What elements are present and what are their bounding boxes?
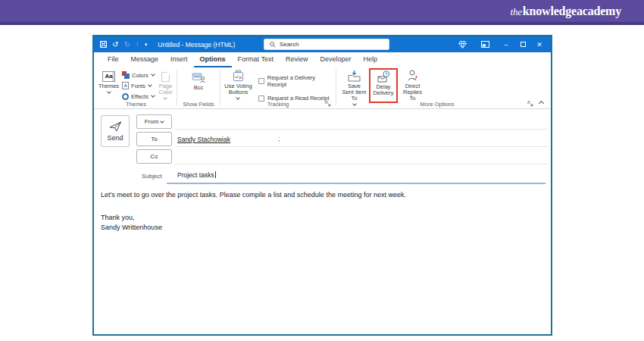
tab-format-text[interactable]: Format Text bbox=[232, 53, 280, 67]
up-arrow-icon: ↑ bbox=[136, 41, 139, 48]
theme-fonts-button[interactable]: A Fonts bbox=[122, 81, 155, 90]
tab-developer[interactable]: Developer bbox=[314, 53, 357, 67]
fonts-label: Fonts bbox=[131, 83, 145, 89]
tab-help[interactable]: Help bbox=[357, 53, 383, 67]
from-button[interactable]: From bbox=[136, 114, 172, 129]
group-label-more-options: More Options bbox=[338, 101, 536, 108]
tab-file[interactable]: File bbox=[102, 53, 125, 67]
voting-buttons-label: Use Voting Buttons bbox=[224, 83, 253, 95]
bcc-icon bbox=[192, 71, 205, 83]
from-field[interactable] bbox=[175, 129, 549, 130]
use-voting-buttons-button[interactable]: Use Voting Buttons bbox=[222, 69, 255, 100]
body-paragraph: Let's meet to go over the project tasks.… bbox=[101, 190, 543, 200]
bcc-button[interactable]: Bcc bbox=[190, 70, 207, 92]
effects-icon bbox=[122, 93, 129, 100]
tracking-dialog-launcher-icon[interactable] bbox=[325, 101, 331, 107]
group-separator bbox=[336, 70, 336, 105]
maximize-button[interactable] bbox=[514, 36, 531, 52]
effects-label: Effects bbox=[131, 93, 148, 100]
body-signature: Sandy Writtenhouse bbox=[101, 223, 543, 233]
subject-label: Subject bbox=[142, 173, 162, 180]
minimize-button[interactable]: – bbox=[498, 36, 514, 52]
voting-buttons-icon bbox=[233, 70, 244, 82]
direct-replies-to-button[interactable]: Direct Replies To bbox=[399, 69, 427, 102]
from-button-label: From bbox=[145, 118, 159, 125]
close-button[interactable]: ✕ bbox=[531, 36, 548, 52]
body-closing: Thank you, bbox=[101, 213, 543, 223]
premium-gem-icon[interactable] bbox=[454, 36, 470, 52]
ribbon: Aa Themes Colors A Fonts bbox=[94, 67, 551, 109]
tab-options[interactable]: Options bbox=[194, 53, 232, 67]
brand-logo: theknowledgeacademy bbox=[511, 5, 621, 18]
brand-logo-name: knowledgeacademy bbox=[523, 5, 621, 17]
ribbon-group-themes: Aa Themes Colors A Fonts bbox=[97, 69, 175, 108]
collapse-ribbon-icon[interactable] bbox=[539, 101, 544, 106]
save-sent-item-label: Save Sent Item To bbox=[342, 83, 367, 102]
chevron-down-icon bbox=[236, 95, 241, 100]
direct-replies-label: Direct Replies To bbox=[400, 83, 425, 102]
subject-underline bbox=[167, 183, 546, 184]
tab-message[interactable]: Message bbox=[125, 53, 165, 67]
send-button[interactable]: Send bbox=[101, 115, 130, 147]
customize-qat-caret-icon[interactable]: ▾ bbox=[145, 41, 148, 48]
to-button[interactable]: To bbox=[136, 132, 172, 146]
bcc-label: Bcc bbox=[194, 85, 204, 91]
search-box[interactable]: Search bbox=[264, 39, 389, 50]
chevron-down-icon bbox=[160, 119, 164, 124]
tab-review[interactable]: Review bbox=[280, 53, 314, 67]
window-controls: – ✕ bbox=[454, 36, 548, 52]
group-separator bbox=[177, 70, 177, 105]
redo-icon: ↻ bbox=[123, 41, 130, 48]
brand-logo-prefix: the bbox=[511, 6, 522, 17]
subject-field[interactable]: Project tasks bbox=[177, 171, 216, 179]
send-button-label: Send bbox=[107, 134, 123, 142]
delivery-receipt-checkbox[interactable] bbox=[258, 78, 264, 84]
quick-access-toolbar: ↺ ↻ ↑ ▾ bbox=[94, 41, 147, 48]
colors-label: Colors bbox=[132, 72, 148, 79]
undo-icon[interactable]: ↺ bbox=[112, 41, 118, 48]
save-sent-item-icon bbox=[348, 70, 361, 82]
maximize-icon bbox=[521, 42, 526, 47]
pop-out-icon[interactable] bbox=[477, 36, 493, 52]
delay-delivery-label: Delay Delivery bbox=[372, 84, 395, 96]
delay-delivery-icon bbox=[377, 70, 390, 83]
cc-button-label: Cc bbox=[151, 153, 158, 160]
brand-header: theknowledgeacademy bbox=[0, 0, 644, 25]
cc-field[interactable] bbox=[175, 164, 549, 164]
theme-effects-button[interactable]: Effects bbox=[122, 92, 155, 101]
themes-icon: Aa bbox=[102, 70, 115, 82]
request-delivery-receipt-option[interactable]: Request a Delivery Receipt bbox=[258, 74, 334, 88]
delivery-receipt-label: Request a Delivery Receipt bbox=[267, 74, 334, 88]
chevron-down-icon bbox=[151, 93, 155, 98]
group-label-tracking: Tracking bbox=[222, 101, 334, 108]
group-separator bbox=[220, 70, 220, 105]
more-options-dialog-launcher-icon[interactable] bbox=[527, 101, 533, 107]
cc-button[interactable]: Cc bbox=[136, 149, 172, 164]
ribbon-group-tracking: Use Voting Buttons Request a Delivery Re… bbox=[222, 69, 334, 108]
chevron-down-icon bbox=[151, 72, 155, 77]
message-body-editor[interactable]: Let's meet to go over the project tasks.… bbox=[101, 190, 543, 233]
tab-insert[interactable]: Insert bbox=[164, 53, 194, 67]
page: theknowledgeacademy ↺ ↻ ↑ ▾ Untitled - M… bbox=[0, 0, 644, 341]
to-field[interactable] bbox=[175, 146, 549, 147]
ribbon-group-show-fields: Bcc Show Fields bbox=[179, 69, 218, 108]
window-title: Untitled - Message (HTML) bbox=[158, 41, 235, 48]
text-cursor bbox=[215, 171, 216, 178]
colors-icon bbox=[122, 71, 130, 79]
theme-colors-button[interactable]: Colors bbox=[122, 70, 155, 80]
delay-delivery-button[interactable]: Delay Delivery bbox=[370, 70, 396, 97]
themes-button[interactable]: Aa Themes bbox=[97, 69, 120, 94]
search-icon bbox=[270, 42, 276, 48]
group-label-themes: Themes bbox=[97, 101, 175, 108]
titlebar: ↺ ↻ ↑ ▾ Untitled - Message (HTML) Search bbox=[94, 36, 551, 52]
page-color-label: Page Color bbox=[158, 83, 174, 95]
send-plane-icon bbox=[109, 121, 122, 132]
search-placeholder: Search bbox=[280, 41, 299, 48]
ribbon-tab-bar: File Message Insert Options Format Text … bbox=[94, 52, 551, 67]
chevron-down-icon bbox=[107, 89, 111, 94]
to-recipient[interactable]: Sandy Stachowiak bbox=[177, 136, 230, 143]
group-label-show-fields: Show Fields bbox=[179, 101, 218, 108]
to-button-label: To bbox=[151, 136, 157, 142]
save-icon[interactable] bbox=[100, 41, 107, 48]
page-color-button: Page Color bbox=[156, 69, 175, 100]
